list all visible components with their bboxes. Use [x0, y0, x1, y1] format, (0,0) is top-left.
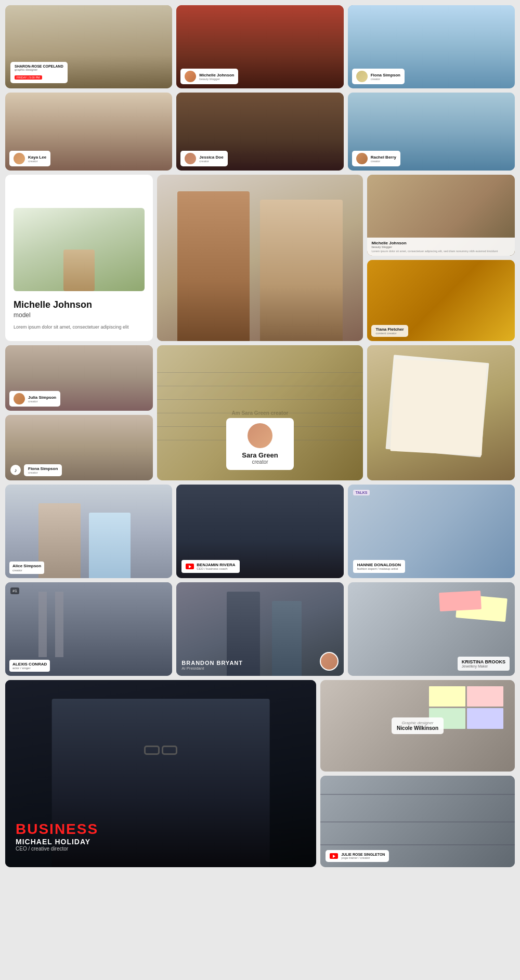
alexis-number: #1 [10, 587, 19, 594]
hannie-badge: TALKS [353, 490, 370, 495]
jessica-role: creator [199, 160, 223, 163]
hannie-card: TALKS HANNIE DONALDSON fashion expert / … [348, 485, 515, 578]
michael-card: BUSINESS MICHAEL HOLIDAY CEO / creative … [5, 680, 316, 867]
julie-role: yoga trainer / creator [341, 856, 385, 859]
kristina-card: KRISTINA BROOKS Jewellery Maker [348, 582, 515, 676]
brandon-name: BRANDON BRYANT [181, 660, 243, 666]
fiona1-namecard: Fiona Simpson creator [352, 69, 405, 84]
michelle1-name: Michelle Johnson [199, 73, 234, 77]
fiona2-role: creator [28, 471, 58, 474]
sharon-card: SHARON-ROSE COPELAND graphic designer FR… [5, 5, 172, 88]
kaya-role: creator [28, 160, 46, 163]
fiona1-name: Fiona Simpson [371, 73, 400, 77]
benjamin-name: BENJAMIN RIVERA [197, 563, 235, 567]
julie-card: JULIE ROSE SINGLETON yoga trainer / crea… [320, 776, 515, 867]
rachel-namecard: Rachel Berry creator [352, 151, 400, 166]
sara-role: creator [235, 459, 285, 465]
jessica-card: Jessica Doe creator [176, 93, 343, 171]
michelle-model-desc: Lorem ipsum dolor sit amet, consectetuer… [14, 324, 145, 331]
alexis-name: ALEXIS CONRAD [12, 662, 47, 667]
alice-name: Alice Simpson [12, 564, 41, 569]
center-large-card [157, 175, 363, 341]
sharon-time: FRIDAY | 5:00 PM [15, 75, 42, 80]
benjamin-card: BENJAMIN RIVERA CEO / business coach [176, 485, 343, 578]
alice-role: creator [12, 569, 41, 572]
alice-card: Alice Simpson creator [5, 485, 172, 578]
mich-blog-desc: Lorem ipsum dolor sit amet, consectetuer… [371, 250, 511, 253]
nicole-design-label: Graphic designer [397, 721, 438, 725]
kaya-card: Kaya Lee creator [5, 93, 172, 171]
brandon-card: BRANDON BRYANT Ai Presidant [176, 582, 343, 676]
kaya-namecard: Kaya Lee creator [9, 151, 50, 166]
tiana-role: content creator [375, 332, 404, 335]
julia-card: Julia Simpson creator [5, 345, 153, 411]
sharon-role: graphic designer [15, 68, 63, 71]
nicole-card: Graphic designer Nicole Wilkinson [320, 680, 515, 772]
jessica-name: Jessica Doe [199, 155, 223, 160]
notebook-card [367, 345, 515, 480]
sharon-name: SHARON-ROSE COPELAND [15, 64, 63, 68]
michael-label: BUSINESS [16, 821, 98, 838]
michelle-model-role: model [14, 311, 145, 319]
benjamin-role: CEO / business coach [197, 567, 235, 570]
tiana-card: Tiana Fletcher content creator [367, 260, 515, 341]
kaya-name: Kaya Lee [28, 155, 46, 160]
michelle-blogger2-card: Michelle Johnson beauty blogger Lorem ip… [367, 175, 515, 256]
alexis-card: #1 ALEXIS CONRAD actor / singer [5, 582, 172, 676]
hannie-role: fashion expert / makeup artist [357, 567, 401, 570]
rachel-role: creator [371, 160, 396, 163]
michael-name: MICHAEL HOLIDAY [16, 838, 98, 846]
julia-role: creator [28, 400, 56, 403]
fiona2-name: Fiona Simpson [28, 466, 58, 471]
jessica-namecard: Jessica Doe creator [180, 151, 227, 166]
rachel-name: Rachel Berry [371, 155, 396, 160]
hannie-name: HANNIE DONALDSON [357, 563, 401, 567]
alexis-role: actor / singer [12, 667, 47, 670]
mich-blog-name: Michelle Johnson [371, 241, 511, 245]
michelle1-namecard: Michelle Johnson beauty blogger [180, 69, 238, 84]
sara-name: Sara Green [235, 451, 285, 459]
julia-name: Julia Simpson [28, 395, 56, 400]
brandon-role: Ai Presidant [181, 666, 243, 671]
michael-role: CEO / creative director [16, 846, 98, 852]
michelle1-role: beauty blogger [199, 77, 234, 81]
fiona1-card: Fiona Simpson creator [348, 5, 515, 88]
michelle-model-card: Michelle Johnson model Lorem ipsum dolor… [5, 175, 153, 341]
michelle-model-name: Michelle Johnson [14, 299, 145, 310]
fiona2-card: ♪ Fiona Simpson creator [5, 415, 153, 480]
michelle-blogger-card: Michelle Johnson beauty blogger [176, 5, 343, 88]
tiana-name: Tiana Fletcher [375, 327, 404, 332]
fiona2-namecard: Fiona Simpson creator [24, 464, 62, 476]
fiona1-role: creator [371, 77, 400, 81]
julie-name: JULIE ROSE SINGLETON [341, 853, 385, 856]
kristina-name: KRISTINA BROOKS [462, 659, 505, 664]
nicole-name: Nicole Wilkinson [397, 725, 438, 731]
rachel-card: Rachel Berry creator [348, 93, 515, 171]
sara-card-container: Am Sara Green creator Sara Green creator [157, 345, 363, 480]
julia-namecard: Julia Simpson creator [9, 391, 60, 407]
kristina-role: Jewellery Maker [462, 664, 505, 668]
tiana-namecard: Tiana Fletcher content creator [371, 325, 408, 337]
mich-blog-role: beauty blogger [371, 245, 511, 249]
